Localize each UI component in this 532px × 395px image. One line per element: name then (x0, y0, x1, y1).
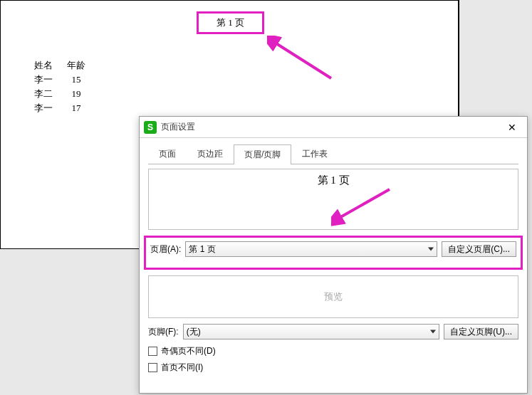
cell-name: 李二 (34, 88, 66, 100)
tab-sheet[interactable]: 工作表 (291, 144, 338, 164)
header-preview-text: 第 1 页 (149, 174, 518, 187)
close-button[interactable]: ✕ (501, 119, 523, 136)
header-controls-highlight: 页眉(A): 第 1 页 自定义页眉(C)... (144, 236, 523, 270)
document-header-highlight: 第 1 页 (197, 11, 264, 34)
footer-preview-placeholder: 预览 (149, 290, 518, 303)
app-logo-icon: S (144, 121, 157, 134)
checkbox-icon (148, 347, 157, 356)
first-page-label: 首页不同(I) (161, 362, 203, 374)
document-data-table: 姓名 年龄 李一 15 李二 19 李一 17 (33, 58, 100, 116)
odd-even-label: 奇偶页不同(D) (161, 345, 216, 357)
footer-dropdown[interactable]: (无) (183, 324, 440, 339)
tab-margins[interactable]: 页边距 (187, 144, 234, 164)
chevron-down-icon (430, 330, 436, 334)
table-row: 李一 17 (34, 102, 98, 115)
tab-page[interactable]: 页面 (148, 144, 187, 164)
footer-dropdown-value: (无) (187, 326, 201, 338)
cell-age: 15 (67, 73, 98, 86)
header-dropdown-value: 第 1 页 (189, 243, 215, 256)
footer-preview-box: 预览 (148, 275, 518, 318)
dialog-titlebar: S 页面设置 ✕ (140, 117, 527, 138)
header-label: 页眉(A): (150, 243, 181, 256)
table-row: 李一 15 (34, 73, 98, 86)
footer-label: 页脚(F): (148, 326, 179, 338)
custom-header-button[interactable]: 自定义页眉(C)... (442, 241, 516, 257)
header-preview-box: 第 1 页 (148, 169, 518, 230)
table-header-name: 姓名 (34, 59, 66, 72)
first-page-different-checkbox[interactable]: 首页不同(I) (148, 362, 518, 374)
cell-name: 李一 (34, 73, 66, 86)
table-row: 李二 19 (34, 88, 98, 100)
cell-age: 17 (67, 102, 98, 115)
table-header-age: 年龄 (67, 59, 98, 72)
cell-age: 19 (67, 88, 98, 100)
document-header-text: 第 1 页 (217, 16, 244, 29)
custom-footer-button[interactable]: 自定义页脚(U)... (444, 324, 518, 339)
close-icon: ✕ (508, 122, 516, 133)
dialog-title: 页面设置 (161, 121, 501, 133)
odd-even-different-checkbox[interactable]: 奇偶页不同(D) (148, 345, 518, 357)
cell-name: 李一 (34, 102, 66, 115)
tabs: 页面 页边距 页眉/页脚 工作表 (148, 144, 518, 164)
page-setup-dialog: S 页面设置 ✕ 页面 页边距 页眉/页脚 工作表 第 1 页 页眉(A): 第… (139, 116, 528, 394)
tab-header-footer[interactable]: 页眉/页脚 (234, 144, 291, 164)
checkbox-icon (148, 363, 157, 372)
header-dropdown[interactable]: 第 1 页 (185, 241, 437, 257)
chevron-down-icon (428, 248, 434, 251)
